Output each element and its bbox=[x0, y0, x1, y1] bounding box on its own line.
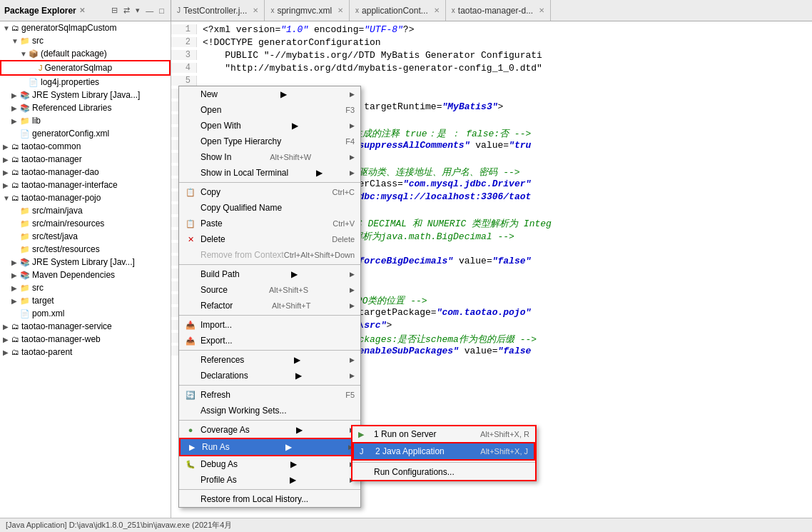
status-text: [Java Application] D:\java\jdk1.8.0_251\… bbox=[6, 520, 232, 531]
menu-item-profileas[interactable]: Profile As ▶ bbox=[179, 472, 360, 488]
menu-item-assignworkingsets[interactable]: Assign Working Sets... bbox=[179, 403, 360, 418]
package-explorer-close[interactable]: ✕ bbox=[79, 6, 85, 14]
menu-item-open[interactable]: Open F3 bbox=[179, 102, 360, 118]
menu-item-removefromcontext[interactable]: Remove from Context Ctrl+Alt+Shift+Down bbox=[179, 247, 360, 263]
tree-item-log4j[interactable]: 📄 log4j.properties bbox=[0, 76, 171, 89]
toolbar-link-btn[interactable]: ⇄ bbox=[121, 5, 132, 16]
tree-item-src-main-java[interactable]: 📁 src/main/java bbox=[0, 204, 171, 217]
tab-close-appcontext[interactable]: ✕ bbox=[434, 6, 440, 14]
file-icon-genconfig: 📄 bbox=[20, 129, 30, 139]
tree-label-taotao-manager: taotao-manager bbox=[21, 154, 82, 164]
tree-item-lib[interactable]: ▶ 📁 lib bbox=[0, 114, 171, 127]
tree-item-generatorsqlmapcustom[interactable]: ▼ 🗂 generatorSqlmapCustom bbox=[0, 21, 171, 34]
tab-close-taotao[interactable]: ✕ bbox=[539, 6, 544, 14]
toolbar-max-btn[interactable]: □ bbox=[157, 5, 166, 16]
tree-item-src-test-java[interactable]: 📁 src/test/java bbox=[0, 230, 171, 243]
runas-submenu[interactable]: ▶ 1 Run on Server Alt+Shift+X, R J 2 Jav… bbox=[351, 425, 537, 481]
tree-item-genconfig[interactable]: 📄 generatorConfig.xml bbox=[0, 127, 171, 140]
menu-item-showin[interactable]: Show In Alt+Shift+W bbox=[179, 149, 360, 165]
expand-icon-web: ▶ bbox=[3, 336, 11, 343]
menu-item-import[interactable]: 📥 Import... bbox=[179, 317, 360, 333]
tree-item-taotao-web[interactable]: ▶ 🗂 taotao-manager-web bbox=[0, 333, 171, 346]
expand-icon-interface: ▶ bbox=[3, 181, 11, 189]
tree-label-src-main-java: src/main/java bbox=[32, 206, 83, 216]
tree-item-taotao-service[interactable]: ▶ 🗂 taotao-manager-service bbox=[0, 320, 171, 333]
toolbar-collapse-btn[interactable]: ⊟ bbox=[109, 5, 120, 16]
folder-icon-web: 🗂 bbox=[11, 335, 19, 343]
toolbar-min-btn[interactable]: — bbox=[143, 5, 156, 16]
folder-icon-lib: 📁 bbox=[20, 116, 30, 126]
tab-appcontext[interactable]: x applicationCont... ✕ bbox=[350, 0, 446, 21]
menu-item-delete[interactable]: ✕ Delete Delete bbox=[179, 231, 360, 247]
menu-item-copy[interactable]: 📋 Copy Ctrl+C bbox=[179, 184, 360, 200]
tab-close-springmvc[interactable]: ✕ bbox=[338, 6, 343, 14]
line-num-3: 3 bbox=[171, 50, 197, 60]
menu-item-opentypehierarchy[interactable]: Open Type Hierarchy F4 bbox=[179, 134, 360, 149]
menu-item-declarations[interactable]: Declarations ▶ bbox=[179, 368, 360, 383]
tree-item-pom[interactable]: 📄 pom.xml bbox=[0, 307, 171, 320]
menu-item-openwith[interactable]: Open With ▶ bbox=[179, 118, 360, 134]
tree-item-jre2[interactable]: ▶ 📚 JRE System Library [Jav...] bbox=[0, 256, 171, 268]
menu-label-runas: Run As bbox=[202, 442, 230, 452]
tree-item-taotao-manager-interface[interactable]: ▶ 🗂 taotao-manager-interface bbox=[0, 179, 171, 191]
tree-item-maven-deps[interactable]: ▶ 📚 Maven Dependencies bbox=[0, 268, 171, 281]
tree-item-taotao-common[interactable]: ▶ 🗂 taotao-common bbox=[0, 140, 171, 153]
separator-1 bbox=[179, 182, 360, 183]
expand-icon-manager: ▶ bbox=[3, 156, 11, 164]
menu-item-export[interactable]: 📤 Export... bbox=[179, 333, 360, 348]
tree-item-taotao-manager[interactable]: ▶ 🗂 taotao-manager bbox=[0, 153, 171, 166]
tree-item-src-test-resources[interactable]: 📁 src/test/resources bbox=[0, 243, 171, 256]
tree-item-target[interactable]: ▶ 📁 target bbox=[0, 294, 171, 307]
menu-item-refactor[interactable]: Refactor Alt+Shift+T bbox=[179, 298, 360, 313]
menu-item-showinlocal[interactable]: Show in Local Terminal ▶ bbox=[179, 165, 360, 181]
tab-testcontroller[interactable]: J TestController.j... ✕ bbox=[171, 0, 265, 21]
expand-icon-log4j bbox=[20, 79, 29, 86]
menu-item-paste[interactable]: 📋 Paste Ctrl+V bbox=[179, 216, 360, 231]
tree-item-src2[interactable]: ▶ 📁 src bbox=[0, 281, 171, 294]
tree-item-referenced-libs[interactable]: ▶ 📚 Referenced Libraries bbox=[0, 101, 171, 114]
menu-item-refresh[interactable]: 🔄 Refresh F5 bbox=[179, 387, 360, 403]
menu-icon-copy: 📋 bbox=[185, 188, 196, 197]
context-menu[interactable]: New ▶ Open F3 Open With ▶ bbox=[178, 86, 361, 508]
tree-item-src-main-resources[interactable]: 📁 src/main/resources bbox=[0, 217, 171, 230]
runas-submenu-item-2[interactable]: J 2 Java Application Alt+Shift+X, J bbox=[352, 442, 535, 461]
line-num-5: 5 bbox=[171, 76, 197, 86]
menu-item-coverageas[interactable]: ● Coverage As ▶ bbox=[179, 422, 360, 438]
tree-item-generatorsqlmap[interactable]: J GeneratorSqlmap bbox=[0, 60, 171, 76]
tree-item-taotao-manager-pojo[interactable]: ▼ 🗂 taotao-manager-pojo bbox=[0, 191, 171, 204]
expand-icon-genconfig bbox=[11, 130, 20, 138]
runas-submenu-item-1[interactable]: ▶ 1 Run on Server Alt+Shift+X, R bbox=[352, 426, 535, 442]
menu-item-restorefromlocalhistory[interactable]: Restore from Local History... bbox=[179, 491, 360, 507]
menu-shortcut-refactor: Alt+Shift+T bbox=[272, 301, 310, 310]
menu-arrow-references: ▶ bbox=[294, 355, 300, 365]
menu-item-source[interactable]: Source Alt+Shift+S bbox=[179, 282, 360, 298]
tree-label-taotao-manager-interface: taotao-manager-interface bbox=[21, 180, 118, 190]
tab-close-testcontroller[interactable]: ✕ bbox=[253, 6, 258, 14]
menu-label-showin: Show In bbox=[201, 152, 231, 162]
menu-label-export: Export... bbox=[201, 336, 233, 346]
menu-item-runas[interactable]: ▶ Run As ▶ bbox=[179, 438, 360, 456]
tree-item-default-pkg[interactable]: ▼ 📦 (default package) bbox=[0, 47, 171, 60]
tree-item-taotao-manager-dao[interactable]: ▶ 🗂 taotao-manager-dao bbox=[0, 166, 171, 179]
tab-springmvc[interactable]: x springmvc.xml ✕ bbox=[265, 0, 350, 21]
tree-item-jre[interactable]: ▶ 📚 JRE System Library [Java...] bbox=[0, 89, 171, 101]
menu-item-debugas[interactable]: 🐛 Debug As ▶ bbox=[179, 456, 360, 472]
menu-item-buildpath[interactable]: Build Path ▶ bbox=[179, 266, 360, 282]
separator-runas bbox=[352, 462, 535, 463]
expand-icon-smr bbox=[11, 220, 20, 228]
tree-label-src-test-java: src/test/java bbox=[32, 231, 78, 241]
menu-item-new[interactable]: New ▶ bbox=[179, 86, 360, 102]
tab-label-testcontroller: TestController.j... bbox=[183, 6, 247, 16]
folder-icon-0: 🗂 bbox=[11, 24, 19, 32]
menu-shortcut-delete: Delete bbox=[332, 235, 355, 244]
toolbar-menu-btn[interactable]: ▾ bbox=[133, 5, 142, 16]
runas-submenu-item-configs[interactable]: Run Configurations... bbox=[352, 464, 535, 480]
menu-item-references[interactable]: References ▶ bbox=[179, 352, 360, 368]
file-icon-log4j: 📄 bbox=[29, 78, 39, 87]
menu-item-copyqualifiedname[interactable]: Copy Qualified Name bbox=[179, 200, 360, 216]
tree-item-taotao-parent[interactable]: ▶ 🗂 taotao-parent bbox=[0, 346, 171, 358]
folder-icon-interface: 🗂 bbox=[11, 181, 19, 189]
tree-item-src[interactable]: ▼ 📁 src bbox=[0, 34, 171, 47]
tree-label-maven-deps: Maven Dependencies bbox=[32, 270, 115, 280]
tab-taotaomanager[interactable]: x taotao-manager-d... ✕ bbox=[446, 0, 551, 21]
